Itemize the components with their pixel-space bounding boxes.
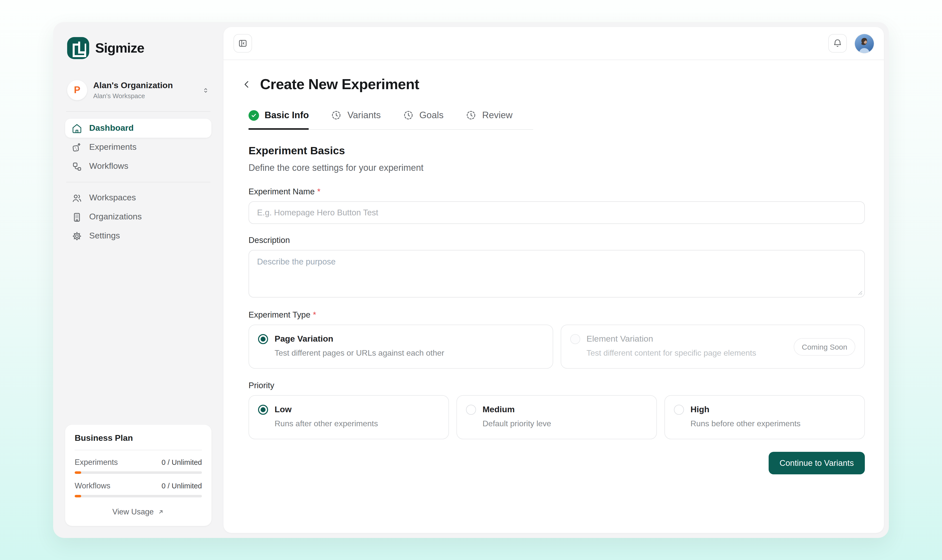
main-panel: Create New Experiment Basic Info: [223, 27, 884, 533]
experiment-name-input[interactable]: [249, 202, 865, 224]
usage-value: 0 / Unlimited: [162, 458, 202, 466]
topbar-right: [828, 34, 874, 53]
sidebar-divider: [66, 182, 211, 182]
experiment-type-options: Page Variation Test different pages or U…: [249, 325, 865, 369]
brand-name: Sigmize: [95, 40, 144, 56]
option-description: Runs before other experiments: [691, 419, 855, 428]
chevron-left-icon: [242, 79, 252, 90]
back-button[interactable]: [240, 78, 253, 91]
clock-pending-icon: [403, 110, 414, 121]
usage-row-workflows: Workflows 0 / Unlimited: [75, 482, 202, 490]
continue-to-variants-button[interactable]: Continue to Variants: [768, 452, 865, 474]
label-text: Description: [249, 235, 290, 245]
page-background: Sigmize P Alan's Organization Alan's Wor…: [0, 0, 942, 560]
sidebar-item-workspaces[interactable]: Workspaces: [65, 188, 211, 208]
label-text: Experiment Name: [249, 187, 315, 196]
user-avatar[interactable]: [855, 34, 874, 53]
option-texts: High Runs before other experiments: [691, 404, 855, 430]
tab-label: Basic Info: [265, 110, 309, 121]
radio-unselected-icon[interactable]: [466, 405, 476, 415]
usage-label: Workflows: [75, 482, 110, 490]
priority-label: Priority: [249, 381, 865, 390]
experiment-type-label: Experiment Type *: [249, 310, 865, 320]
page-title: Create New Experiment: [260, 76, 419, 93]
clock-pending-icon: [331, 110, 342, 121]
tab-label: Review: [482, 110, 513, 121]
tab-variants[interactable]: Variants: [331, 110, 381, 130]
brand-logo: Sigmize: [65, 35, 211, 61]
sidebar-item-workflows[interactable]: Workflows: [65, 157, 211, 176]
tab-review[interactable]: Review: [466, 110, 513, 130]
form-wrap: Basic Info Variants Goals: [240, 110, 865, 474]
option-title: Element Variation: [586, 334, 787, 344]
plan-divider: [75, 450, 202, 450]
clock-pending-icon: [466, 110, 477, 121]
required-asterisk: *: [313, 310, 316, 320]
usage-value: 0 / Unlimited: [162, 482, 202, 490]
radio-unselected-icon[interactable]: [674, 405, 684, 415]
brand-logo-icon: [67, 37, 89, 59]
page-title-row: Create New Experiment: [240, 76, 865, 93]
priority-options: Low Runs after other experiments Medium …: [249, 395, 865, 439]
option-page-variation[interactable]: Page Variation Test different pages or U…: [249, 325, 553, 369]
org-texts: Alan's Organization Alan's Workspace: [93, 81, 196, 100]
option-priority-low[interactable]: Low Runs after other experiments: [249, 395, 449, 439]
experiments-icon: [72, 142, 82, 152]
app-window: Sigmize P Alan's Organization Alan's Wor…: [53, 22, 889, 538]
section-heading: Experiment Basics: [249, 145, 865, 157]
option-texts: Low Runs after other experiments: [275, 404, 439, 430]
sidebar-item-organizations[interactable]: Organizations: [65, 208, 211, 226]
sidebar-item-dashboard[interactable]: Dashboard: [65, 119, 211, 138]
workspace-switcher[interactable]: P Alan's Organization Alan's Workspace: [65, 80, 211, 100]
radio-selected-icon[interactable]: [258, 405, 268, 415]
option-texts: Page Variation Test different pages or U…: [275, 334, 543, 360]
option-title: Page Variation: [275, 334, 543, 344]
radio-unselected-icon: [570, 334, 580, 344]
coming-soon-badge: Coming Soon: [794, 338, 855, 355]
panel-left-collapse-icon: [238, 38, 248, 48]
experiment-name-label: Experiment Name *: [249, 187, 865, 196]
notifications-button[interactable]: [828, 34, 847, 52]
tab-label: Variants: [348, 110, 381, 121]
option-element-variation: Element Variation Test different content…: [560, 325, 865, 369]
option-title: Low: [275, 404, 439, 415]
option-priority-high[interactable]: High Runs before other experiments: [664, 395, 865, 439]
tab-basic-info[interactable]: Basic Info: [249, 110, 309, 130]
workspaces-icon: [72, 192, 82, 203]
option-description: Test different content for specific page…: [586, 349, 787, 358]
description-textarea[interactable]: [249, 250, 865, 297]
home-icon: [72, 123, 82, 134]
arrow-up-right-icon: [157, 508, 164, 515]
plan-title: Business Plan: [75, 433, 202, 443]
organizations-icon: [72, 212, 82, 222]
sidebar-item-label: Settings: [89, 231, 120, 241]
usage-row-experiments: Experiments 0 / Unlimited: [75, 458, 202, 467]
sidebar-item-settings[interactable]: Settings: [65, 226, 211, 245]
sidebar-item-label: Dashboard: [89, 123, 134, 133]
option-description: Default priority leve: [483, 419, 647, 428]
radio-selected-icon[interactable]: [258, 334, 268, 344]
section-subheading: Define the core settings for your experi…: [249, 163, 865, 173]
usage-progress-workflows: [75, 495, 202, 497]
check-circle-icon: [249, 110, 259, 120]
sidebar-collapse-button[interactable]: [234, 34, 252, 52]
option-title: Medium: [483, 404, 647, 415]
workspace-name: Alan's Workspace: [93, 92, 196, 100]
tab-goals[interactable]: Goals: [403, 110, 444, 130]
view-usage-link[interactable]: View Usage: [75, 508, 202, 517]
settings-icon: [72, 231, 82, 241]
chevron-up-down-icon: [202, 86, 209, 94]
form-actions: Continue to Variants: [249, 452, 865, 474]
sidebar-item-label: Workspaces: [89, 193, 136, 203]
required-asterisk: *: [317, 187, 320, 196]
tab-label: Goals: [419, 110, 444, 121]
option-priority-medium[interactable]: Medium Default priority leve: [456, 395, 657, 439]
sidebar: Sigmize P Alan's Organization Alan's Wor…: [53, 22, 223, 538]
description-field: [249, 250, 865, 297]
topbar: [223, 27, 884, 60]
sidebar-divider: [66, 111, 211, 112]
usage-progress-experiments: [75, 471, 202, 474]
org-avatar: P: [67, 80, 87, 100]
bell-icon: [833, 38, 842, 48]
sidebar-item-experiments[interactable]: Experiments: [65, 138, 211, 157]
